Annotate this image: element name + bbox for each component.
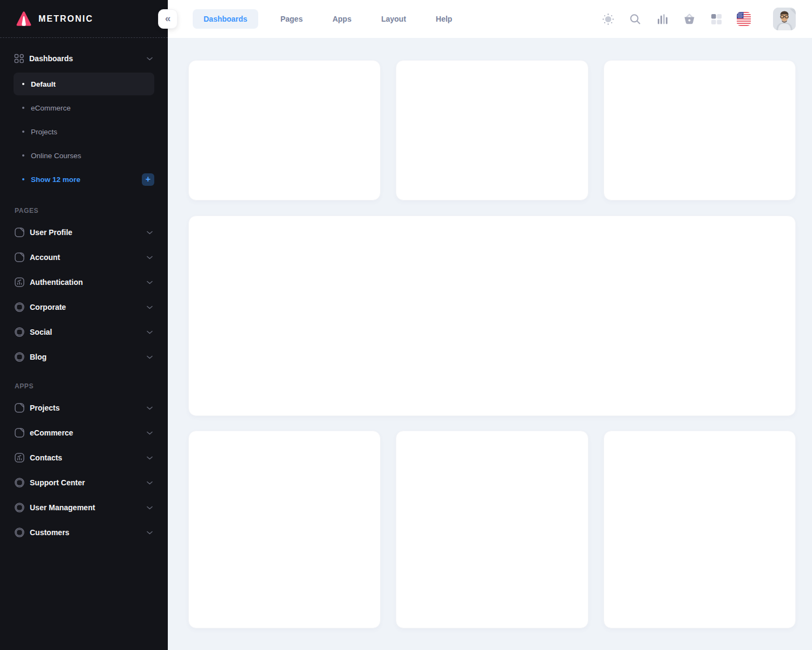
file-icon <box>14 427 25 438</box>
sidebar-item-label: Support Center <box>30 478 147 487</box>
chevron-down-icon <box>147 231 153 235</box>
sidebar-menu: Dashboards Default eCommerce Projects On… <box>0 38 168 545</box>
theme-toggle-sun-icon[interactable] <box>601 12 615 26</box>
sidebar-item-support-center[interactable]: Support Center <box>0 470 168 495</box>
top-header: Dashboards Pages Apps Layout Help <box>168 0 812 38</box>
sidebar-item-corporate[interactable]: Corporate <box>0 295 168 320</box>
globe-icon <box>14 302 25 313</box>
file-icon <box>14 227 25 238</box>
sidebar-toggle-button[interactable]: « <box>158 9 178 29</box>
tab-help[interactable]: Help <box>428 9 460 29</box>
show-more-plus-button[interactable]: + <box>142 173 154 186</box>
sidebar: METRONIC Dashboards Default eCommerce Pr… <box>0 0 168 650</box>
tab-dashboards[interactable]: Dashboards <box>193 9 258 29</box>
sidebar-item-label: Blog <box>30 353 147 361</box>
dashboard-card-wide <box>188 216 796 416</box>
header-icon-group <box>601 8 796 30</box>
globe-icon <box>14 327 25 337</box>
globe-icon <box>14 477 25 488</box>
user-avatar[interactable] <box>773 8 796 30</box>
dashboard-card <box>188 60 381 200</box>
chevron-down-icon <box>147 281 153 284</box>
sidebar-item-social[interactable]: Social <box>0 320 168 344</box>
chevron-down-icon <box>147 481 153 485</box>
sidebar-item-blog[interactable]: Blog <box>0 344 168 369</box>
chevron-down-icon <box>147 57 153 61</box>
sidebar-item-user-management[interactable]: User Management <box>0 495 168 520</box>
chevron-down-icon <box>147 306 153 309</box>
dashboards-submenu: Default eCommerce Projects Online Course… <box>0 70 168 194</box>
language-flag-us-icon[interactable] <box>737 12 751 26</box>
chevron-down-icon <box>147 256 153 259</box>
sidebar-item-label: Contacts <box>30 453 147 462</box>
main-wrapper: Dashboards Pages Apps Layout Help <box>168 0 812 650</box>
sidebar-item-label: User Management <box>30 503 147 512</box>
section-title-apps: APPS <box>0 369 168 395</box>
sidebar-subitem-online-courses[interactable]: Online Courses <box>14 144 154 167</box>
sidebar-item-label: User Profile <box>30 228 147 237</box>
chevron-down-icon <box>147 355 153 359</box>
show-more-label: Show 12 more <box>31 176 81 184</box>
section-title-pages: PAGES <box>0 194 168 220</box>
bullet-icon <box>22 131 24 133</box>
dashboard-card <box>188 431 381 628</box>
sidebar-item-label: Social <box>30 328 147 336</box>
cards-row-top <box>188 60 796 200</box>
sidebar-item-label: Dashboards <box>29 54 147 63</box>
statistics-bars-icon[interactable] <box>656 12 669 26</box>
header-tabs: Dashboards Pages Apps Layout Help <box>193 9 460 29</box>
dashboard-grid-icon <box>14 54 24 64</box>
sidebar-subitem-label: eCommerce <box>31 104 71 112</box>
brand-name: METRONIC <box>38 14 93 24</box>
globe-icon <box>14 502 25 513</box>
sidebar-subitem-ecommerce[interactable]: eCommerce <box>14 96 154 119</box>
globe-icon <box>14 352 25 362</box>
sidebar-subitem-default[interactable]: Default <box>14 73 154 95</box>
sidebar-item-projects-app[interactable]: Projects <box>0 395 168 420</box>
sidebar-item-label: Corporate <box>30 303 147 311</box>
search-icon[interactable] <box>628 12 642 26</box>
sidebar-item-label: Account <box>30 253 147 262</box>
bullet-icon <box>22 154 24 157</box>
chevron-down-icon <box>147 330 153 334</box>
sidebar-item-account[interactable]: Account <box>0 245 168 270</box>
chart-icon <box>14 277 25 288</box>
sidebar-subitem-label: Online Courses <box>31 152 81 160</box>
chevron-down-icon <box>147 406 153 410</box>
sidebar-item-dashboards[interactable]: Dashboards <box>0 47 168 70</box>
chevron-down-icon <box>147 506 153 510</box>
chart-icon <box>14 452 25 463</box>
cards-row-bottom <box>188 431 796 628</box>
sidebar-item-user-profile[interactable]: User Profile <box>0 220 168 245</box>
dashboard-card <box>396 431 588 628</box>
dashboard-card <box>604 431 796 628</box>
sidebar-item-label: Projects <box>30 404 147 412</box>
file-icon <box>14 252 25 263</box>
dashboard-card <box>604 60 796 200</box>
sidebar-item-ecommerce-app[interactable]: eCommerce <box>0 420 168 445</box>
tab-apps[interactable]: Apps <box>325 9 359 29</box>
bullet-icon <box>22 107 24 109</box>
sidebar-item-contacts[interactable]: Contacts <box>0 445 168 470</box>
bullet-icon <box>22 83 24 85</box>
dashboard-card <box>396 60 588 200</box>
chevron-down-icon <box>147 431 153 435</box>
sidebar-subitem-projects[interactable]: Projects <box>14 120 154 143</box>
chevron-down-icon <box>147 456 153 460</box>
sidebar-item-label: Customers <box>30 528 147 537</box>
sidebar-subitem-label: Default <box>31 80 56 88</box>
sidebar-item-label: Authentication <box>30 278 147 287</box>
apps-grid-icon[interactable] <box>710 12 723 26</box>
tab-layout[interactable]: Layout <box>374 9 414 29</box>
sidebar-item-authentication[interactable]: Authentication <box>0 270 168 295</box>
shopping-basket-icon[interactable] <box>683 12 696 26</box>
metronic-logo-icon <box>15 10 33 28</box>
file-icon <box>14 402 25 413</box>
tab-pages[interactable]: Pages <box>273 9 310 29</box>
globe-icon <box>14 527 25 538</box>
bullet-icon <box>22 178 24 180</box>
chevron-down-icon <box>147 531 153 535</box>
sidebar-item-customers[interactable]: Customers <box>0 520 168 545</box>
sidebar-subitem-show-more[interactable]: Show 12 more + <box>14 168 154 191</box>
sidebar-logo-row: METRONIC <box>0 0 168 38</box>
